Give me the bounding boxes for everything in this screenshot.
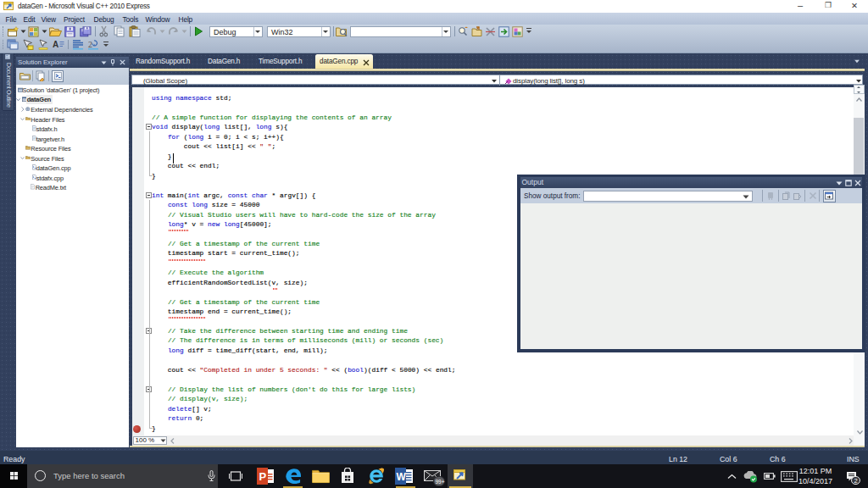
svg-text:P: P [259,470,267,483]
svg-text:W: W [397,471,407,483]
svg-text:A: A [53,40,58,49]
svg-text:2: 2 [88,40,92,49]
